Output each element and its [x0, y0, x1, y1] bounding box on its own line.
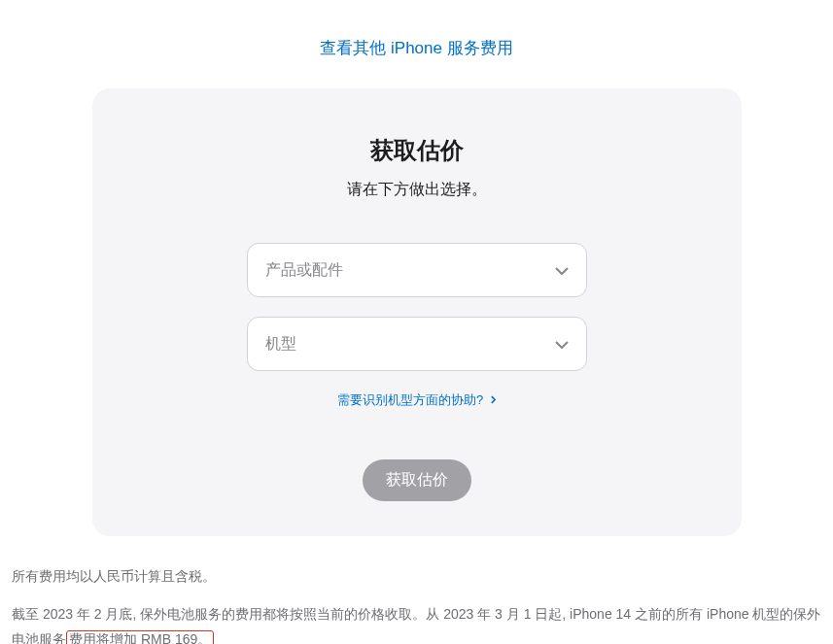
price-increase-highlight: 费用将增加 RMB 169。	[66, 630, 214, 644]
model-select-placeholder: 机型	[265, 334, 296, 355]
other-services-link[interactable]: 查看其他 iPhone 服务费用	[320, 39, 512, 57]
model-select-wrap: 机型	[247, 317, 587, 371]
product-select[interactable]: 产品或配件	[247, 243, 587, 297]
help-link-container: 需要识别机型方面的协助?	[131, 390, 703, 409]
chevron-right-icon	[491, 392, 496, 407]
product-select-wrap: 产品或配件	[247, 243, 587, 297]
chevron-down-icon	[555, 261, 569, 279]
get-estimate-button[interactable]: 获取估价	[363, 459, 471, 501]
footer-line-1: 所有费用均以人民币计算且含税。	[12, 563, 821, 590]
model-select[interactable]: 机型	[247, 317, 587, 371]
chevron-down-icon	[555, 335, 569, 353]
card-subtitle: 请在下方做出选择。	[131, 180, 703, 200]
estimate-card: 获取估价 请在下方做出选择。 产品或配件 机型 需要识别机型方面的协助? 获取估…	[92, 88, 742, 536]
identify-model-help-link[interactable]: 需要识别机型方面的协助?	[337, 392, 496, 407]
footer-notes: 所有费用均以人民币计算且含税。 截至 2023 年 2 月底, 保外电池服务的费…	[0, 536, 833, 644]
footer-line-2: 截至 2023 年 2 月底, 保外电池服务的费用都将按照当前的价格收取。从 2…	[12, 601, 821, 644]
top-link-container: 查看其他 iPhone 服务费用	[0, 0, 833, 88]
card-title: 获取估价	[131, 135, 703, 166]
product-select-placeholder: 产品或配件	[265, 260, 343, 281]
